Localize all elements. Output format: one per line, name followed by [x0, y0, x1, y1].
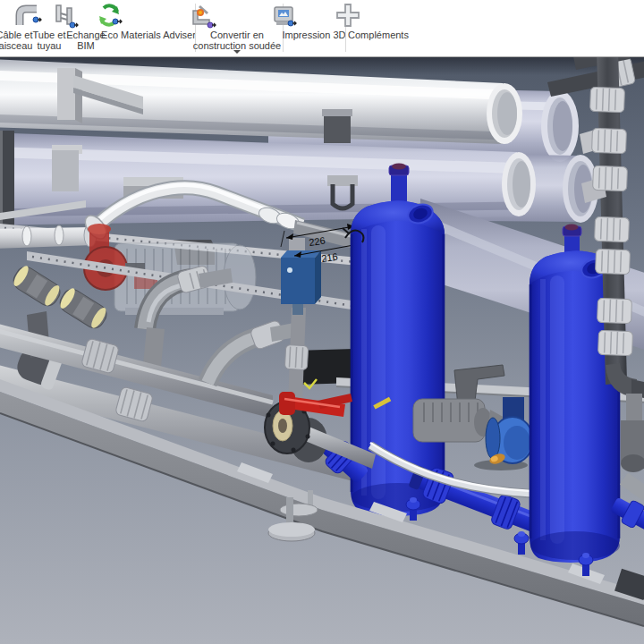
dimension-226: 226 [309, 235, 326, 248]
ribbon-toolbar: Câble et faisceau Tube et tuyau [0, 0, 644, 57]
app-window: Câble et faisceau Tube et tuyau [0, 0, 644, 644]
3d-viewport[interactable]: 226 216 58 [0, 57, 644, 644]
add-ins-plus-icon [334, 1, 423, 30]
toolbar-button-add-ins[interactable]: Compléments [334, 1, 423, 41]
weldment-dropdown-caret[interactable] [233, 50, 241, 54]
toolbar-button-eco-materials[interactable]: Eco Materials Adviser [95, 1, 202, 41]
eco-materials-icon [95, 1, 202, 30]
dimension-216: 216 [321, 251, 339, 264]
